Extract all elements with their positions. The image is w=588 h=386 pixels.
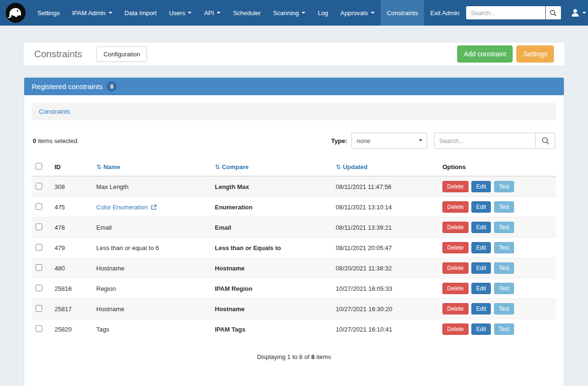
test-button[interactable]: Test: [494, 323, 514, 335]
constraints-table: ID⇅Name⇅Compare⇅UpdatedOptions 308 Max L…: [32, 158, 556, 339]
edit-button[interactable]: Edit: [471, 262, 491, 274]
search-icon: [550, 9, 557, 17]
nav-item-log[interactable]: Log: [312, 0, 334, 26]
constraint-name: Hostname: [96, 265, 124, 272]
edit-button[interactable]: Edit: [471, 222, 491, 233]
nav-item-scanning[interactable]: Scanning: [267, 0, 312, 26]
edit-button[interactable]: Edit: [471, 283, 491, 294]
constraint-name: Tags: [96, 326, 109, 333]
test-button[interactable]: Test: [494, 222, 514, 233]
delete-button[interactable]: Delete: [442, 242, 469, 253]
add-constraint-button[interactable]: Add constraint: [457, 45, 513, 63]
constraint-id: 479: [51, 238, 92, 258]
checkbox-cell: [32, 278, 51, 299]
nav-item-data-import[interactable]: Data Import: [119, 0, 163, 26]
column-header-updated[interactable]: ⇅Updated: [332, 158, 439, 176]
row-checkbox[interactable]: [36, 224, 42, 230]
nav-item-settings[interactable]: Settings: [31, 0, 66, 26]
caret-down-icon: [188, 12, 192, 14]
name-cell: Email: [92, 217, 211, 238]
nav-item-label: Data Import: [125, 9, 157, 17]
nav-item-api[interactable]: API: [198, 0, 227, 26]
row-checkbox[interactable]: [36, 183, 42, 189]
column-header-id: ID: [51, 158, 92, 176]
app-logo[interactable]: [5, 2, 27, 24]
row-checkbox[interactable]: [36, 285, 42, 291]
navbar-search-button[interactable]: [545, 6, 561, 20]
settings-button[interactable]: Settings: [516, 45, 554, 63]
top-navbar: Settings IPAM Admin Data Import Users AP…: [0, 0, 588, 26]
table-row: 25816 Region IPAM Region 10/27/2021 16:0…: [32, 278, 556, 299]
nav-item-label: Scheduler: [233, 9, 261, 17]
table-toolbar: 0 items selected. Type: none: [32, 129, 556, 158]
table-row: 475 Color Enumeration Enumeration 08/11/…: [32, 197, 556, 217]
caret-down-icon: [302, 12, 305, 14]
test-button[interactable]: Test: [494, 303, 514, 314]
edit-button[interactable]: Edit: [471, 323, 491, 335]
selected-info: 0 items selected.: [33, 137, 79, 144]
constraint-updated: 08/11/2021 13:39:21: [332, 217, 439, 238]
tab-constraints[interactable]: Constraints: [39, 108, 70, 115]
constraint-id: 480: [51, 258, 92, 278]
edit-button[interactable]: Edit: [471, 303, 491, 314]
row-checkbox[interactable]: [36, 203, 42, 210]
nav-item-constraints[interactable]: Constraints: [381, 0, 424, 26]
constraint-name[interactable]: Color Enumeration: [96, 204, 147, 211]
test-button[interactable]: Test: [494, 262, 514, 274]
user-menu[interactable]: [568, 9, 588, 17]
panel-heading: Registered constraints 8: [24, 78, 564, 95]
delete-button[interactable]: Delete: [442, 222, 469, 233]
constraint-name: Email: [96, 224, 112, 231]
type-filter-value: none: [357, 137, 370, 144]
row-checkbox[interactable]: [36, 305, 42, 312]
options-cell: Delete Edit Test: [439, 238, 556, 258]
sort-icon: ⇅: [96, 163, 101, 171]
column-header-name[interactable]: ⇅Name: [92, 158, 211, 176]
row-checkbox[interactable]: [36, 244, 42, 251]
column-header-compare[interactable]: ⇅Compare: [211, 158, 332, 176]
table-footer: Displaying 1 to 8 of 8 items: [32, 353, 556, 360]
delete-button[interactable]: Delete: [442, 283, 469, 294]
checkbox-cell: [32, 319, 51, 340]
nav-item-scheduler[interactable]: Scheduler: [227, 0, 267, 26]
mammoth-logo-icon: [5, 2, 26, 23]
test-button[interactable]: Test: [494, 201, 514, 213]
test-button[interactable]: Test: [494, 283, 514, 294]
delete-button[interactable]: Delete: [442, 201, 469, 213]
search-icon: [542, 137, 550, 145]
nav-item-label: Log: [318, 9, 328, 17]
row-checkbox[interactable]: [36, 325, 42, 332]
test-button[interactable]: Test: [494, 242, 514, 253]
table-search-input[interactable]: [434, 133, 535, 149]
navbar-search-input[interactable]: [466, 6, 545, 20]
edit-button[interactable]: Edit: [471, 242, 491, 253]
table-search-button[interactable]: [535, 133, 555, 149]
nav-item-users[interactable]: Users: [163, 0, 198, 26]
configuration-button[interactable]: Configuration: [96, 46, 147, 62]
type-filter-select[interactable]: none: [351, 133, 427, 149]
table-row: 479 Less than or equal to 6 Less than or…: [32, 238, 556, 258]
constraint-id: 475: [51, 197, 92, 217]
row-checkbox[interactable]: [36, 264, 42, 271]
column-header-options: Options: [439, 158, 556, 176]
options-cell: Delete Edit Test: [439, 217, 556, 238]
table-row: 308 Max Length Length Max 08/11/2021 11:…: [32, 176, 556, 197]
select-all-header: [32, 158, 51, 176]
constraint-compare: Enumeration: [211, 197, 332, 217]
constraint-name: Hostname: [96, 305, 124, 313]
page-title: Constraints: [34, 49, 82, 60]
constraint-compare: Hostname: [211, 299, 332, 319]
delete-button[interactable]: Delete: [442, 181, 469, 192]
delete-button[interactable]: Delete: [442, 262, 469, 274]
edit-button[interactable]: Edit: [471, 181, 491, 192]
delete-button[interactable]: Delete: [442, 303, 469, 314]
delete-button[interactable]: Delete: [442, 323, 469, 335]
navbar-right: [466, 6, 588, 20]
nav-item-approvals[interactable]: Approvals: [334, 0, 381, 26]
constraint-id: 25817: [51, 299, 92, 319]
edit-button[interactable]: Edit: [471, 201, 491, 213]
nav-item-exit-admin[interactable]: Exit Admin: [424, 0, 465, 26]
select-all-checkbox[interactable]: [36, 163, 42, 170]
test-button[interactable]: Test: [494, 181, 514, 192]
nav-item-ipam-admin[interactable]: IPAM Admin: [66, 0, 119, 26]
